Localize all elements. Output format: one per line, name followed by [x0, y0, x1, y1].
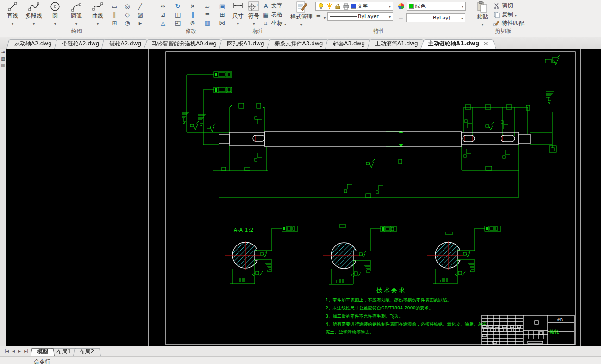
linetype-dropdown[interactable]: ByLayer — [327, 12, 393, 21]
tech-req-line: 3、加工后的零件不允许有毛刺、飞边。 — [326, 314, 403, 319]
table-tool[interactable]: ▦ 表格 — [262, 10, 286, 19]
modify-tool-icon[interactable]: ⊞ — [215, 10, 229, 19]
tool-label: 样式管理 — [290, 13, 313, 21]
tab-navigation: |◀◀▶▶| — [3, 346, 33, 356]
color-value: 绿色 — [415, 3, 460, 10]
document-tab[interactable]: 轴套A3.dwg × — [325, 38, 373, 49]
draw-mini-icon[interactable]: ◔ — [121, 19, 133, 27]
draw-mini-icon[interactable]: ╱ — [134, 2, 146, 10]
modify-tool-icon[interactable]: ▱ — [200, 2, 214, 10]
cut-icon — [493, 2, 500, 9]
draw-tool-polyline[interactable]: 多段线 — [23, 0, 44, 26]
document-tab[interactable]: 从动轴A2.dwg × — [6, 38, 60, 49]
modify-tool-icon[interactable]: ◫ — [171, 10, 185, 19]
document-tab[interactable]: 栅条支撑件A3.dwg × — [267, 38, 331, 49]
modify-tool-icon[interactable]: ≡ — [200, 10, 214, 19]
document-tab-label: 链轮A2.dwg — [109, 40, 141, 48]
draw-mini-icon[interactable]: ▨ — [134, 10, 146, 19]
drawing-canvas[interactable]: A-A 1:2 技术要求 1、零件加工表面上，不应有划痕、擦伤等损伤零件表面的缺… — [6, 49, 601, 346]
modify-tool-icon[interactable]: ↻ — [171, 2, 185, 10]
document-tab[interactable]: 网孔板A1.dwg × — [219, 38, 272, 49]
dimension-button[interactable]: 尺寸 — [230, 0, 246, 26]
side-tool-icon[interactable]: ▨ — [1, 56, 5, 61]
draw-tool-circle[interactable]: 圆 — [44, 0, 66, 26]
draw-mini-icon[interactable]: ⊞ — [108, 19, 120, 27]
text-tool[interactable]: A 文字 — [262, 1, 286, 10]
copy-button[interactable]: 复制 — [493, 10, 524, 19]
document-tab[interactable]: 链轮A2.dwg × — [101, 38, 149, 49]
linetype-list-icon[interactable]: ≡ — [315, 13, 322, 20]
style-manager-button[interactable]: 样式管理 — [290, 0, 313, 27]
draw-mini-icon[interactable]: ▭ — [108, 2, 120, 10]
draw-tool-spline[interactable]: 曲线 — [87, 0, 108, 26]
tab-nav-button[interactable]: ▶| — [24, 349, 28, 353]
paste-button[interactable]: 粘贴 — [472, 0, 493, 27]
copy-icon — [493, 11, 500, 18]
modify-tool-icon[interactable]: ◰ — [171, 19, 185, 27]
color-dropdown[interactable]: 绿色 — [407, 2, 466, 11]
tab-nav-button[interactable]: |◀ — [5, 349, 9, 353]
side-toolbar: ⇥▨▥ — [0, 49, 6, 346]
tech-req-line: 4、所有需要进行涂装的钢铁制件表面在涂漆前，必须将铁锈、氧化皮、油脂、灰尘、 — [326, 321, 491, 326]
chevron-down-icon — [324, 12, 326, 21]
modify-tool-icon[interactable]: ▦ — [200, 19, 214, 27]
document-tab-label: 从动轴A2.dwg — [14, 40, 52, 48]
layer-color-swatch — [351, 4, 356, 9]
workspace: ⇥▨▥ — [0, 49, 601, 346]
tab-nav-button[interactable]: ▶ — [18, 349, 21, 353]
ribbon-panel-modify: ↔↻✕▱▣⊿◫∥≡⊞△◰⊚▦⋈ 修改 — [154, 0, 228, 37]
tool-label: 表格 — [271, 11, 282, 19]
command-line-window[interactable]: 命令行 — [0, 356, 601, 364]
modify-tool-icon[interactable]: ↔ — [156, 2, 170, 10]
document-tab[interactable]: 主动链轮轴A1.dwg × — [420, 38, 496, 49]
color-swatch-green — [409, 4, 414, 9]
draw-tool-line[interactable]: 直线 — [2, 0, 23, 26]
modify-tool-icon[interactable]: ⋈ — [215, 19, 229, 27]
table-icon: ▦ — [262, 12, 269, 18]
document-tab[interactable]: 带链轮A2.dwg × — [54, 38, 107, 49]
tab-nav-button[interactable]: ◀ — [12, 349, 15, 353]
panel-label-clipboard: 剪切板 — [470, 27, 537, 35]
style-manager-icon — [295, 1, 308, 13]
layout-tab[interactable]: 模型 — [31, 347, 55, 356]
coordinate-tool[interactable]: ⌗ 坐标 — [262, 19, 286, 28]
chevron-down-icon — [33, 20, 35, 26]
modify-tool-icon[interactable]: ▣ — [215, 2, 229, 10]
text-icon: A — [262, 3, 269, 9]
svg-text:.1: .1 — [255, 3, 258, 7]
symbol-button[interactable]: .1 符号 — [246, 0, 262, 26]
document-tab[interactable]: 主动滚筒A1.dwg × — [367, 38, 426, 49]
document-tab[interactable]: 马铃薯智能分选机A0.dwg × — [144, 38, 225, 49]
draw-mini-icon[interactable]: ◇ — [121, 10, 133, 19]
color-wheel-icon[interactable] — [398, 3, 405, 10]
cut-button[interactable]: 剪切 — [493, 1, 524, 10]
document-tab-label: 主动滚筒A1.dwg — [375, 40, 418, 48]
layout-tab-label: 布局1 — [56, 348, 71, 356]
layer-dropdown[interactable]: 文字 — [315, 2, 393, 11]
chevron-down-icon — [389, 3, 391, 9]
layout-tab-label: 模型 — [37, 348, 48, 356]
modify-tool-icon[interactable]: ✕ — [186, 2, 200, 10]
chevron-down-icon — [97, 20, 99, 26]
draw-tool-arc[interactable]: 圆弧 — [66, 0, 87, 26]
draw-mini-icon[interactable]: ▸ — [134, 19, 146, 27]
match-properties-button[interactable]: 特性匹配 — [493, 19, 524, 28]
close-icon[interactable]: × — [483, 40, 488, 47]
linetype-sample — [330, 16, 357, 17]
side-tool-icon[interactable]: ⇥ — [1, 50, 5, 55]
draw-mini-icon[interactable]: ∥ — [108, 10, 120, 19]
modify-tool-icon[interactable]: ∥ — [186, 10, 200, 19]
arc-icon — [70, 1, 82, 12]
side-tool-icon[interactable]: ▥ — [1, 63, 5, 68]
modify-tool-icon[interactable]: △ — [156, 19, 170, 27]
draw-mini-icon[interactable]: ◎ — [121, 2, 133, 10]
chevron-down-icon — [461, 15, 463, 21]
tech-req-line: 1、零件加工表面上，不应有划痕、擦伤等损伤零件表面的缺陷。 — [326, 297, 451, 302]
section-view-c — [427, 226, 501, 284]
modify-tool-icon[interactable]: ⊿ — [156, 10, 170, 19]
layout-tab[interactable]: 布局2 — [73, 347, 101, 356]
modify-tool-icon[interactable]: ⊚ — [186, 19, 200, 27]
command-line-title: 命令行 — [34, 358, 50, 364]
lineweight-dropdown[interactable]: ByLay( — [406, 13, 465, 22]
lineweight-list-icon[interactable]: ≡ — [398, 14, 404, 21]
